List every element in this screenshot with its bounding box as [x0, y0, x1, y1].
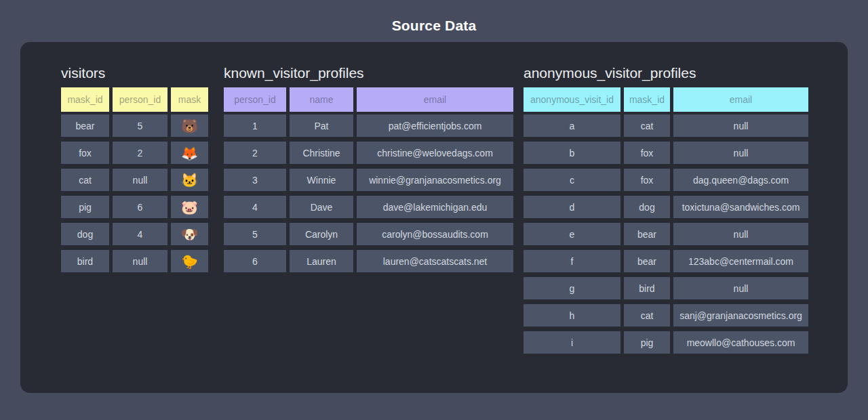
table-row: catnull🐱	[61, 169, 208, 191]
table-row: bear5🐻	[61, 114, 208, 137]
table-cell: a	[524, 114, 620, 137]
table-cell: c	[524, 169, 620, 191]
table-cell: 6	[113, 196, 167, 218]
table-cell: 🐤	[171, 250, 208, 272]
table-cell: fox	[624, 142, 670, 164]
table-cell: h	[524, 304, 620, 327]
table-cell: bear	[624, 223, 670, 245]
table-cell: bear	[61, 114, 109, 137]
table-cell: carolyn@bossaudits.com	[357, 223, 513, 245]
table-cell: 2	[113, 142, 167, 164]
table-cell: 4	[113, 223, 167, 245]
table-cell: cat	[61, 169, 109, 191]
table-grid: person_idnameemail1Patpat@efficientjobs.…	[224, 87, 513, 272]
table-cell: 🐱	[171, 169, 208, 191]
table-cell: 🐶	[171, 223, 208, 245]
table-cell: 3	[224, 169, 286, 191]
column-header-person_id: person_id	[113, 87, 167, 112]
table-cell: dag.queen@dags.com	[673, 169, 808, 191]
page-title: Source Data	[0, 18, 868, 34]
table-cell: e	[524, 223, 620, 245]
table-cell: meowllo@cathouses.com	[673, 331, 808, 354]
table-cell: null	[673, 223, 808, 245]
column-header-person_id: person_id	[224, 87, 286, 112]
source-data-panel: visitors mask_idperson_idmaskbear5🐻fox2🦊…	[20, 42, 848, 393]
table-cell: lauren@catscatscats.net	[357, 250, 513, 272]
table-cell: bird	[624, 277, 670, 299]
table-cell: dave@lakemichigan.edu	[357, 196, 513, 218]
column-header-mask_id: mask_id	[61, 87, 109, 112]
column-header-email: email	[357, 87, 513, 112]
table-cell: Pat	[290, 114, 353, 137]
table-row: hcatsanj@granjanacosmetics.org	[524, 304, 808, 327]
table-cell: dog	[624, 196, 670, 218]
table-cell: Lauren	[290, 250, 353, 272]
table-header-row: mask_idperson_idmask	[61, 87, 208, 112]
table-cell: 123abc@centermail.com	[673, 250, 808, 272]
table-title: anonymous_visitor_profiles	[524, 64, 808, 83]
table-row: 3Winniewinnie@granjanacosmetics.org	[224, 169, 513, 191]
table-cell: 6	[224, 250, 286, 272]
table-cell: b	[524, 142, 620, 164]
table-anonymous-visitor-profiles: anonymous_visitor_profiles anonymous_vis…	[524, 64, 808, 358]
table-row: acatnull	[524, 114, 808, 137]
table-cell: 🦊	[171, 142, 208, 164]
table-header-row: person_idnameemail	[224, 87, 513, 112]
table-cell: sanj@granjanacosmetics.org	[673, 304, 808, 327]
table-cell: Dave	[290, 196, 353, 218]
table-cell: Carolyn	[290, 223, 353, 245]
table-cell: null	[673, 142, 808, 164]
table-grid: mask_idperson_idmaskbear5🐻fox2🦊catnull🐱p…	[61, 87, 208, 272]
table-row: birdnull🐤	[61, 250, 208, 272]
table-cell: dog	[61, 223, 109, 245]
table-cell: 🐷	[171, 196, 208, 218]
table-cell: null	[113, 169, 167, 191]
table-cell: 2	[224, 142, 286, 164]
table-row: 5Carolyncarolyn@bossaudits.com	[224, 223, 513, 245]
table-cell: Winnie	[290, 169, 353, 191]
table-title: visitors	[61, 64, 208, 83]
column-header-mask: mask	[171, 87, 208, 112]
table-cell: pig	[624, 331, 670, 354]
table-row: 4Davedave@lakemichigan.edu	[224, 196, 513, 218]
table-cell: christine@welovedags.com	[357, 142, 513, 164]
table-cell: 4	[224, 196, 286, 218]
table-visitors: visitors mask_idperson_idmaskbear5🐻fox2🦊…	[61, 64, 208, 277]
table-cell: pig	[61, 196, 109, 218]
table-row: bfoxnull	[524, 142, 808, 164]
table-cell: pat@efficientjobs.com	[357, 114, 513, 137]
table-cell: d	[524, 196, 620, 218]
table-row: cfoxdag.queen@dags.com	[524, 169, 808, 191]
table-cell: i	[524, 331, 620, 354]
table-cell: bear	[624, 250, 670, 272]
table-row: dog4🐶	[61, 223, 208, 245]
column-header-email: email	[673, 87, 808, 112]
table-cell: fox	[61, 142, 109, 164]
table-row: pig6🐷	[61, 196, 208, 218]
column-header-name: name	[290, 87, 353, 112]
table-header-row: anonymous_visit_idmask_idemail	[524, 87, 808, 112]
table-cell: 1	[224, 114, 286, 137]
table-cell: Christine	[290, 142, 353, 164]
table-cell: cat	[624, 114, 670, 137]
table-cell: null	[673, 114, 808, 137]
table-row: fox2🦊	[61, 142, 208, 164]
table-row: gbirdnull	[524, 277, 808, 299]
table-cell: null	[113, 250, 167, 272]
table-grid: anonymous_visit_idmask_idemailacatnullbf…	[524, 87, 808, 354]
table-cell: g	[524, 277, 620, 299]
table-row: ipigmeowllo@cathouses.com	[524, 331, 808, 354]
table-cell: null	[673, 277, 808, 299]
table-cell: toxictuna@sandwiches.com	[673, 196, 808, 218]
table-cell: 🐻	[171, 114, 208, 137]
table-row: ddogtoxictuna@sandwiches.com	[524, 196, 808, 218]
column-header-anonymous_visit_id: anonymous_visit_id	[524, 87, 620, 112]
table-row: fbear123abc@centermail.com	[524, 250, 808, 272]
table-cell: cat	[624, 304, 670, 327]
column-header-mask_id: mask_id	[624, 87, 670, 112]
table-cell: 5	[113, 114, 167, 137]
table-row: 2Christinechristine@welovedags.com	[224, 142, 513, 164]
table-known-visitor-profiles: known_visitor_profiles person_idnameemai…	[224, 64, 513, 277]
table-row: 1Patpat@efficientjobs.com	[224, 114, 513, 137]
table-row: ebearnull	[524, 223, 808, 245]
